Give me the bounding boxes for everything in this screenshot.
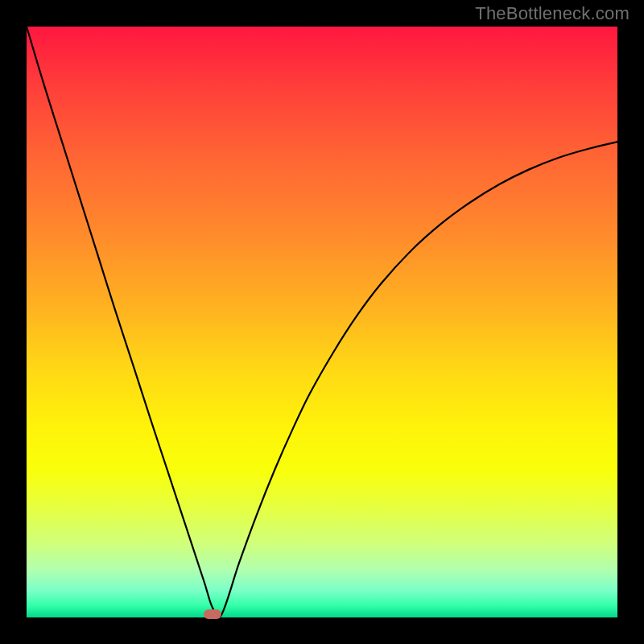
optimal-point-marker bbox=[204, 609, 221, 619]
chart-plot-area bbox=[27, 27, 617, 617]
watermark-text: TheBottleneck.com bbox=[475, 3, 630, 24]
bottleneck-curve bbox=[27, 27, 617, 617]
